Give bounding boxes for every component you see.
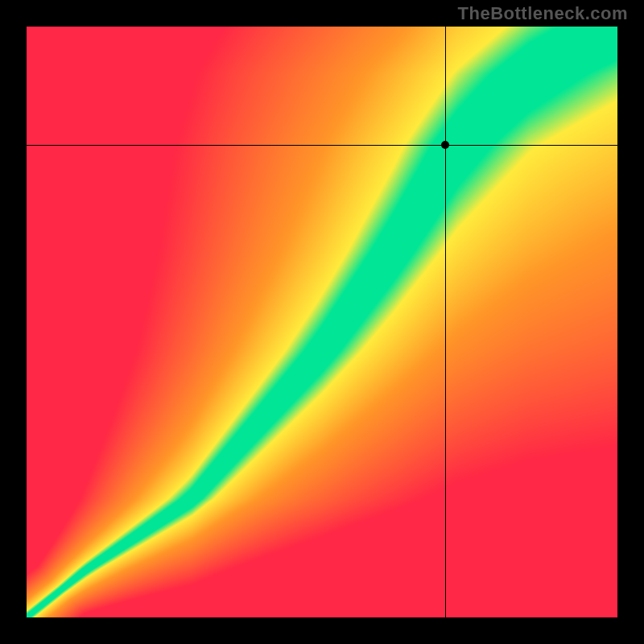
crosshair-vertical [445, 27, 446, 617]
heatmap-canvas [27, 27, 617, 617]
watermark-text: TheBottleneck.com [458, 3, 628, 24]
heatmap-plot [27, 27, 617, 617]
crosshair-marker [441, 141, 449, 149]
crosshair-horizontal [27, 145, 617, 146]
chart-frame: TheBottleneck.com [0, 0, 644, 644]
